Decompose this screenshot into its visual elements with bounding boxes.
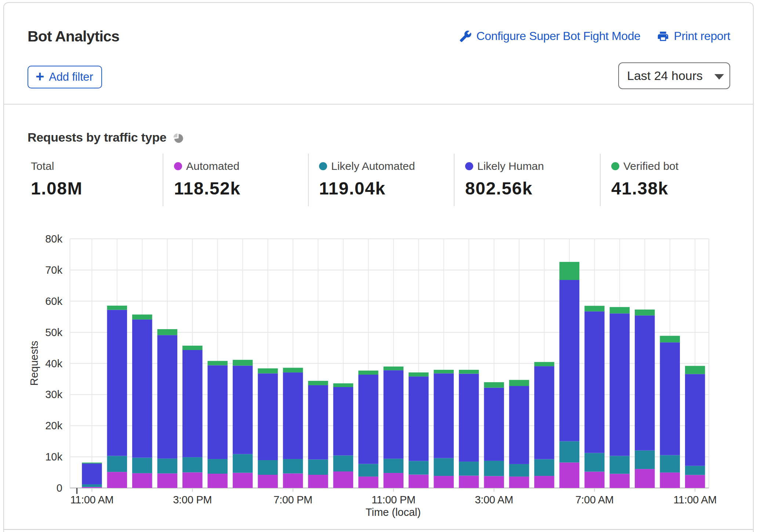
- time-range-value: Last 24 hours: [627, 69, 703, 83]
- stats-divider: [163, 154, 163, 206]
- stat-total-value: 1.08M: [31, 178, 83, 198]
- plus-icon: +: [36, 69, 44, 84]
- stats-divider: [454, 154, 454, 206]
- bottom-divider: [4, 529, 753, 530]
- wrench-icon: [459, 30, 472, 43]
- svg-text:Time (local): Time (local): [366, 506, 421, 518]
- section-title: Requests by traffic type: [28, 130, 184, 145]
- printer-icon: [657, 30, 669, 43]
- page: Bot Analytics Configure Super Bot Fight …: [0, 0, 757, 532]
- pie-chart-icon: [173, 133, 184, 144]
- header-links: Configure Super Bot Fight Mode Print rep…: [459, 29, 730, 43]
- svg-text:20k: 20k: [45, 420, 62, 431]
- add-filter-label: Add filter: [49, 70, 93, 84]
- automated-dot: [174, 162, 182, 170]
- stacked-bar-chart: 010k20k30k40k50k60k70k80k11:00 AM3:00 PM…: [0, 220, 757, 532]
- svg-text:7:00 PM: 7:00 PM: [274, 494, 312, 506]
- requests-by-traffic-type-chart: 010k20k30k40k50k60k70k80k11:00 AM3:00 PM…: [0, 220, 757, 532]
- configure-link-label: Configure Super Bot Fight Mode: [477, 29, 641, 43]
- print-report-link[interactable]: Print report: [657, 29, 730, 43]
- verified-bot-dot: [611, 162, 619, 170]
- stat-verified-bot-label: Verified bot: [623, 160, 678, 172]
- print-link-label: Print report: [674, 29, 730, 43]
- svg-text:40k: 40k: [45, 358, 62, 369]
- section-title-label: Requests by traffic type: [28, 130, 166, 145]
- svg-text:11:00 AM: 11:00 AM: [70, 494, 113, 506]
- stat-total-label: Total: [31, 160, 54, 172]
- page-title: Bot Analytics: [28, 28, 119, 45]
- stat-automated: Automated 118.52k: [174, 160, 240, 198]
- svg-text:70k: 70k: [45, 264, 62, 276]
- svg-text:10k: 10k: [45, 451, 62, 463]
- svg-text:3:00 AM: 3:00 AM: [475, 494, 513, 506]
- svg-text:11:00 AM: 11:00 AM: [673, 494, 717, 506]
- header-divider: [4, 104, 753, 105]
- stat-likely-human-label: Likely Human: [477, 160, 544, 172]
- likely-automated-dot: [319, 162, 327, 170]
- svg-text:50k: 50k: [45, 327, 62, 338]
- svg-text:3:00 PM: 3:00 PM: [173, 494, 212, 506]
- svg-text:11:00 PM: 11:00 PM: [372, 494, 416, 506]
- stat-likely-human-value: 802.56k: [465, 178, 544, 198]
- svg-text:30k: 30k: [45, 389, 62, 400]
- stat-verified-bot-value: 41.38k: [611, 178, 678, 198]
- stat-likely-automated-label: Likely Automated: [331, 160, 415, 172]
- add-filter-button[interactable]: + Add filter: [28, 66, 102, 88]
- svg-text:60k: 60k: [45, 295, 62, 307]
- stat-likely-human: Likely Human 802.56k: [465, 160, 544, 198]
- svg-text:80k: 80k: [45, 233, 62, 245]
- configure-super-bot-fight-mode-link[interactable]: Configure Super Bot Fight Mode: [459, 29, 641, 43]
- svg-text:7:00 AM: 7:00 AM: [575, 494, 613, 506]
- stats-divider: [600, 154, 601, 206]
- chevron-down-icon: [714, 74, 724, 80]
- stat-likely-automated: Likely Automated 119.04k: [319, 160, 415, 198]
- stats-divider: [308, 154, 309, 206]
- stat-verified-bot: Verified bot 41.38k: [611, 160, 678, 198]
- stat-automated-value: 118.52k: [174, 178, 240, 198]
- stat-total: Total 1.08M: [31, 160, 83, 198]
- stat-automated-label: Automated: [186, 160, 239, 172]
- stat-likely-automated-value: 119.04k: [319, 178, 415, 198]
- svg-text:Requests: Requests: [28, 341, 40, 386]
- svg-text:0: 0: [57, 482, 62, 494]
- likely-human-dot: [465, 162, 473, 170]
- time-range-select[interactable]: Last 24 hours: [618, 62, 730, 89]
